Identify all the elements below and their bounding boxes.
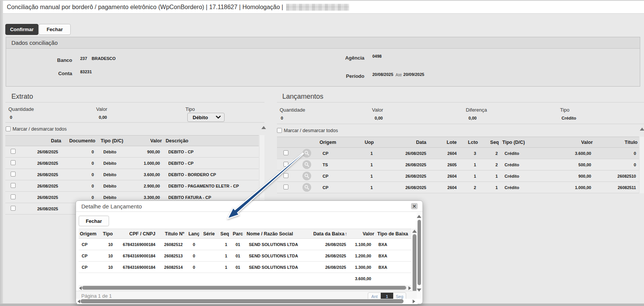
- detalhe-cell: 1: [217, 250, 231, 262]
- lanc-tipo-value: Crédito: [560, 116, 576, 120]
- scroll-right-icon[interactable]: [413, 300, 415, 303]
- scroll-left-icon[interactable]: [79, 286, 82, 290]
- extrato-header-data[interactable]: Data: [21, 136, 63, 146]
- detalhe-cell: 26082512: [157, 239, 187, 250]
- extrato-cell: 900,00: [129, 146, 163, 158]
- detalhe-cell: 0: [187, 250, 201, 262]
- extrato-section: Extrato Quantidade 0 Valor 0,00 Tipo Déb…: [5, 92, 264, 215]
- magnifier-icon: [304, 162, 310, 167]
- modal-horizontal-scrollbar[interactable]: [77, 299, 418, 304]
- lancamentos-section: Lançamentos Quantidade 0 Valor 0,00 Dife…: [277, 92, 644, 193]
- agencia-label: Agência: [315, 54, 364, 61]
- conta-label: Conta: [23, 69, 72, 76]
- extrato-cell: 26/08/2025: [21, 203, 63, 215]
- scroll-up-icon[interactable]: [640, 128, 644, 131]
- scrollbar-thumb[interactable]: [81, 299, 403, 303]
- modal-table: Origem Tipo CPF / CNPJ Título Nº Lanç Sé…: [79, 229, 411, 284]
- scrollbar-thumb[interactable]: [413, 234, 416, 292]
- scroll-up-icon[interactable]: [412, 230, 417, 233]
- lancamento-cell: 2: [457, 182, 480, 193]
- detalhe-cell: 26082513: [157, 250, 187, 262]
- lancamento-cell: 26/08/2025: [375, 159, 426, 170]
- scrollbar-thumb[interactable]: [418, 220, 421, 285]
- detail-magnifier-button[interactable]: [302, 172, 311, 180]
- confirm-button[interactable]: Confirmar: [5, 24, 38, 35]
- lancamentos-scrollbar-track[interactable]: [639, 137, 644, 193]
- row-checkbox[interactable]: [11, 149, 16, 154]
- extrato-select-all-checkbox[interactable]: [6, 126, 11, 131]
- scroll-down-icon[interactable]: [417, 289, 421, 292]
- checkbox-cell: [5, 192, 21, 203]
- modal-header-valor[interactable]: Valor: [348, 229, 374, 239]
- scroll-right-icon[interactable]: [408, 286, 411, 290]
- lanc-header-titulo[interactable]: Título: [593, 137, 639, 148]
- row-checkbox[interactable]: [11, 194, 16, 199]
- modal-header-tipo[interactable]: Tipo: [101, 229, 114, 239]
- extrato-cell: DEBITO - BORDERO CP: [163, 169, 259, 180]
- dados-panel-title: Dados conciliação: [6, 37, 640, 49]
- lanc-select-all-checkbox[interactable]: [277, 128, 282, 133]
- close-icon[interactable]: ✕: [411, 203, 418, 209]
- lanc-tipo-label: Tipo: [560, 107, 576, 113]
- modal-header-parc[interactable]: Parc: [231, 229, 245, 239]
- detalhe-cell: 01: [231, 262, 245, 273]
- scroll-up-icon[interactable]: [261, 126, 266, 129]
- modal-total-empty-cell: [245, 273, 311, 284]
- row-checkbox[interactable]: [11, 183, 16, 188]
- scrollbar-thumb[interactable]: [82, 286, 406, 290]
- lanc-header-lcto[interactable]: Lcto: [457, 137, 480, 148]
- scroll-left-icon[interactable]: [78, 300, 80, 303]
- modal-header-serie[interactable]: Série: [201, 229, 217, 239]
- detail-magnifier-button[interactable]: [302, 160, 311, 169]
- row-checkbox[interactable]: [283, 150, 288, 155]
- lanc-header-lote[interactable]: Lote: [426, 137, 457, 148]
- modal-header-lanc[interactable]: Lanç: [187, 229, 201, 239]
- modal-header-data-baixa[interactable]: Data da Baixa↑: [311, 229, 348, 239]
- extrato-header-descricao[interactable]: Descrição: [163, 136, 259, 146]
- row-checkbox[interactable]: [11, 172, 16, 177]
- modal-table-horizontal-scrollbar[interactable]: [79, 285, 411, 291]
- lanc-header-tipo[interactable]: Tipo (D/C): [501, 137, 550, 148]
- modal-header-cpf[interactable]: CPF / CNPJ: [114, 229, 157, 239]
- row-checkbox[interactable]: [283, 173, 288, 178]
- row-checkbox[interactable]: [11, 160, 16, 165]
- detail-magnifier-button[interactable]: [302, 183, 311, 192]
- extrato-cell: 0: [63, 146, 96, 158]
- lancamento-cell: 500,00: [550, 159, 593, 170]
- modal-vertical-scrollbar[interactable]: [417, 213, 422, 299]
- detalhe-cell: BXA: [374, 239, 411, 250]
- detalhe-cell: [201, 250, 217, 262]
- modal-fechar-button[interactable]: Fechar: [79, 216, 109, 226]
- extrato-header-documento[interactable]: Documento: [63, 136, 96, 146]
- detalhe-cell: 26/08/2025: [311, 239, 348, 250]
- extrato-header-tipo[interactable]: Tipo (D/C): [96, 136, 129, 146]
- modal-table-vertical-scrollbar[interactable]: [412, 229, 417, 290]
- lanc-header-uop[interactable]: Uop: [353, 137, 375, 148]
- detail-magnifier-button[interactable]: [302, 149, 311, 158]
- extrato-tipo-select[interactable]: Débito: [187, 113, 225, 122]
- lanc-header-seq[interactable]: Seq: [480, 137, 501, 148]
- extrato-cell: 0: [63, 158, 96, 169]
- lancamento-row: CP126/08/2025260421Crédito1.000,00260825…: [277, 182, 639, 193]
- modal-header-nome[interactable]: Nome / Razão Social: [245, 229, 311, 239]
- row-checkbox[interactable]: [283, 162, 288, 167]
- row-checkbox[interactable]: [283, 185, 288, 189]
- extrato-cell: 0: [63, 180, 96, 192]
- extrato-cell: 2.900,00: [129, 180, 163, 192]
- lanc-header-origem[interactable]: Origem: [319, 137, 353, 148]
- modal-header-seq[interactable]: Seq: [217, 229, 231, 239]
- modal-header-titulo[interactable]: Título Nº: [157, 229, 187, 239]
- detalhe-cell: [201, 262, 217, 273]
- lanc-header-valor[interactable]: Valor: [550, 137, 593, 148]
- modal-total-empty-cell: [217, 273, 231, 284]
- row-checkbox[interactable]: [11, 206, 16, 211]
- lancamento-cell: 900,00: [550, 170, 593, 182]
- extrato-header-valor[interactable]: Valor: [129, 136, 163, 146]
- close-button[interactable]: Fechar: [39, 24, 71, 35]
- modal-header-origem[interactable]: Origem: [79, 229, 101, 239]
- extrato-cell: 1.000,00: [129, 158, 163, 169]
- lancamento-cell: 1: [353, 170, 375, 182]
- scroll-up-icon[interactable]: [417, 215, 421, 218]
- lanc-header-data[interactable]: Data: [375, 137, 426, 148]
- modal-header-tipo-baixa[interactable]: Tipo de Baixa: [374, 229, 411, 239]
